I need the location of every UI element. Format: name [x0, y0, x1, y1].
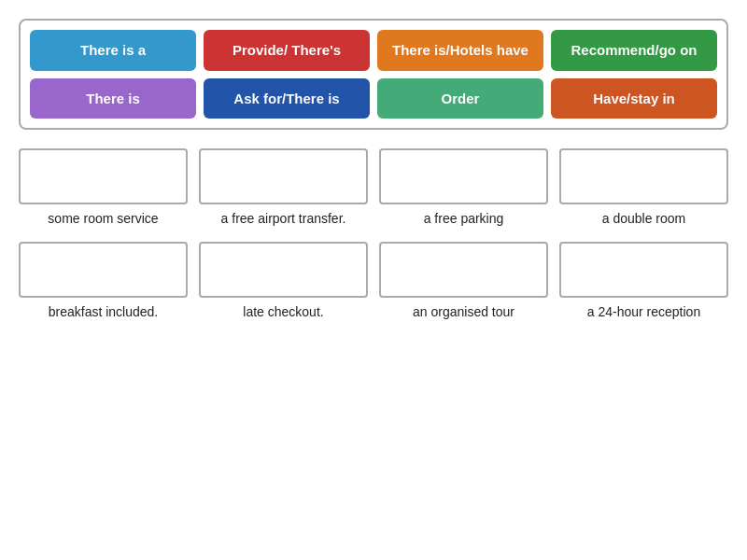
drop-label-a-free-airport-transfer: a free airport transfer.	[221, 210, 346, 229]
drop-box-a-24-hour-reception[interactable]	[559, 242, 728, 298]
drop-item-a-free-airport-transfer: a free airport transfer.	[199, 148, 368, 229]
drop-label-a-double-room: a double room	[602, 210, 686, 229]
drop-label-a-24-hour-reception: a 24-hour reception	[587, 303, 700, 322]
drop-box-some-room-service[interactable]	[19, 148, 188, 204]
drop-item-breakfast-included: breakfast included.	[19, 242, 188, 322]
btn-there-is-a[interactable]: There is a	[30, 30, 196, 71]
button-row-2: There isAsk for/There isOrderHave/stay i…	[30, 78, 717, 119]
drop-label-breakfast-included: breakfast included.	[49, 303, 159, 322]
button-row-1: There is aProvide/ There'sThere is/Hotel…	[30, 30, 717, 71]
drop-label-an-organised-tour: an organised tour	[413, 303, 514, 322]
btn-recommend-go-on[interactable]: Recommend/go on	[551, 30, 717, 71]
drop-item-a-double-room: a double room	[559, 148, 728, 229]
drop-box-a-free-airport-transfer[interactable]	[199, 148, 368, 204]
drop-section: some room servicea free airport transfer…	[19, 148, 728, 321]
drop-label-a-free-parking: a free parking	[424, 210, 504, 229]
drop-label-some-room-service: some room service	[48, 210, 158, 229]
btn-order[interactable]: Order	[377, 78, 543, 119]
drop-item-a-24-hour-reception: a 24-hour reception	[559, 242, 728, 322]
drop-row-1: some room servicea free airport transfer…	[19, 148, 728, 229]
drop-box-breakfast-included[interactable]	[19, 242, 188, 298]
drop-item-a-free-parking: a free parking	[379, 148, 548, 229]
drop-box-a-free-parking[interactable]	[379, 148, 548, 204]
drop-box-an-organised-tour[interactable]	[379, 242, 548, 298]
drop-item-some-room-service: some room service	[19, 148, 188, 229]
button-grid-wrapper: There is aProvide/ There'sThere is/Hotel…	[19, 19, 728, 130]
drop-label-late-checkout: late checkout.	[243, 303, 323, 322]
drop-item-an-organised-tour: an organised tour	[379, 242, 548, 322]
drop-item-late-checkout: late checkout.	[199, 242, 368, 322]
btn-there-is-hotels-have[interactable]: There is/Hotels have	[377, 30, 543, 71]
drop-box-late-checkout[interactable]	[199, 242, 368, 298]
btn-provide-theres[interactable]: Provide/ There's	[204, 30, 370, 71]
btn-there-is[interactable]: There is	[30, 78, 196, 119]
drop-row-2: breakfast included.late checkout.an orga…	[19, 242, 728, 322]
drop-box-a-double-room[interactable]	[559, 148, 728, 204]
btn-have-stay-in[interactable]: Have/stay in	[551, 78, 717, 119]
btn-ask-for-there-is[interactable]: Ask for/There is	[204, 78, 370, 119]
main-container: There is aProvide/ There'sThere is/Hotel…	[0, 0, 747, 560]
